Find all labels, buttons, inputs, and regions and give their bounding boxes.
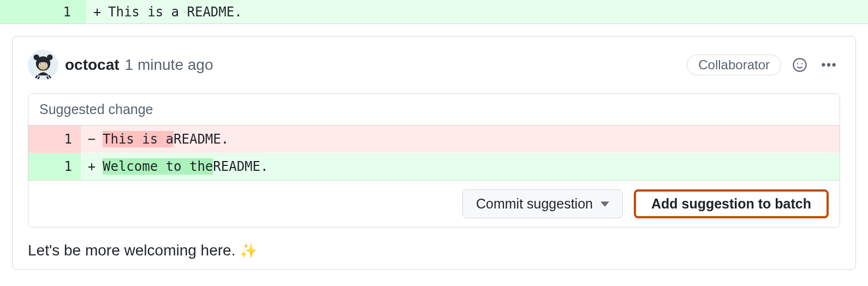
svg-point-3 bbox=[47, 55, 53, 61]
svg-point-9 bbox=[793, 58, 806, 71]
diff-row-added: 1 + This is a README. bbox=[0, 0, 868, 24]
svg-point-11 bbox=[801, 63, 802, 64]
suggested-change-label: Suggested change bbox=[28, 94, 840, 126]
diff-code: This is a README. bbox=[103, 126, 840, 153]
comment-body: Let's be more welcoming here. ✨ bbox=[28, 240, 840, 259]
suggestion-actions: Commit suggestion Add suggestion to batc… bbox=[28, 180, 840, 227]
role-badge: Collaborator bbox=[687, 55, 781, 75]
diff-code: This is a README. bbox=[108, 0, 868, 23]
emoji-reaction-button[interactable] bbox=[789, 54, 811, 76]
diff-line-addition: 1 + Welcome to the README. bbox=[28, 153, 840, 180]
diff-text: README. bbox=[174, 132, 229, 147]
diff-marker-plus: + bbox=[81, 153, 103, 180]
diff-highlight-removed: This is a bbox=[103, 131, 174, 147]
comment-menu-button[interactable]: ••• bbox=[818, 54, 840, 76]
comment-timestamp[interactable]: 1 minute ago bbox=[125, 56, 213, 74]
svg-point-7 bbox=[40, 63, 41, 65]
diff-line-deletion: 1 − This is a README. bbox=[28, 126, 840, 153]
suggested-change-box: Suggested change 1 − This is a README. 1… bbox=[28, 93, 840, 228]
button-label: Commit suggestion bbox=[476, 196, 593, 212]
diff-text: README. bbox=[213, 159, 268, 174]
button-label: Add suggestion to batch bbox=[651, 196, 811, 212]
svg-point-2 bbox=[34, 55, 40, 61]
diff-highlight-added: Welcome to the bbox=[103, 158, 213, 175]
diff-marker-minus: − bbox=[81, 126, 103, 153]
line-number: 1 bbox=[28, 126, 81, 153]
smiley-icon bbox=[792, 57, 807, 73]
diff-marker-plus: + bbox=[86, 0, 108, 23]
add-suggestion-to-batch-button[interactable]: Add suggestion to batch bbox=[634, 189, 829, 218]
kebab-icon: ••• bbox=[821, 58, 837, 72]
comment-text: Let's be more welcoming here. bbox=[28, 242, 240, 259]
line-number: 1 bbox=[0, 0, 86, 23]
avatar[interactable] bbox=[28, 50, 58, 80]
sparkles-emoji: ✨ bbox=[240, 242, 257, 259]
review-comment: octocat 1 minute ago Collaborator ••• Su… bbox=[12, 36, 856, 270]
line-number: 1 bbox=[28, 153, 81, 180]
commit-suggestion-button[interactable]: Commit suggestion bbox=[462, 189, 623, 218]
caret-down-icon bbox=[601, 201, 609, 207]
svg-point-8 bbox=[45, 63, 46, 65]
comment-author[interactable]: octocat bbox=[65, 56, 120, 74]
comment-header: octocat 1 minute ago Collaborator ••• bbox=[28, 50, 840, 80]
diff-code: Welcome to the README. bbox=[103, 153, 840, 180]
svg-point-10 bbox=[797, 63, 798, 64]
